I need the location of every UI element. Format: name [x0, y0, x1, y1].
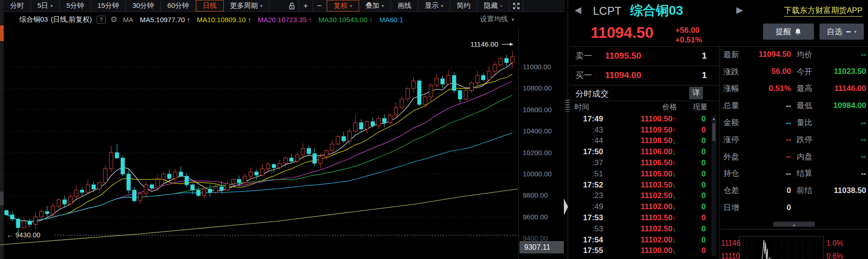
stats-row: 仓差0前结11038.50 — [723, 182, 868, 199]
period-button-分时[interactable]: 分时 — [4, 0, 31, 12]
period-button-30分钟[interactable]: 30分钟 — [126, 0, 161, 12]
prev-contract-icon[interactable]: ◀ — [575, 5, 581, 15]
mini-chart-axis-label: 11110 — [721, 252, 740, 259]
adjust-button[interactable]: 复权▾ — [327, 0, 359, 12]
down-arrow-icon: ↓ — [672, 192, 680, 200]
tick-price: 11108.50 — [603, 136, 672, 145]
alert-button[interactable]: 提醒 — [763, 24, 814, 40]
mini-chart-axis-label: 11146 — [721, 239, 740, 247]
period-button-5分钟[interactable]: 5分钟 — [60, 0, 91, 12]
zoom-in-button[interactable]: + — [299, 0, 313, 12]
tick-time: 17:55 — [570, 246, 603, 255]
period-button-60分钟[interactable]: 60分钟 — [161, 0, 196, 12]
divider — [570, 101, 719, 101]
lock-open-icon[interactable] — [285, 0, 299, 12]
tick-row[interactable]: :4411108.50↓0 — [570, 136, 709, 147]
tick-row[interactable]: :2311102.50↓0 — [570, 191, 709, 202]
stats-row: 持仓--结算-- — [723, 165, 868, 182]
period-button-更多周期[interactable]: 更多周期▾ — [224, 0, 269, 12]
tick-detail-button[interactable]: 详 — [689, 87, 703, 99]
stat-label: 总量 — [723, 100, 739, 111]
tick-row[interactable]: :5311102.50↓0 — [570, 223, 709, 235]
stat-label: 前结 — [797, 185, 813, 196]
tick-scrollbar[interactable]: ▲ — [711, 115, 716, 256]
svg-text:11000.00: 11000.00 — [523, 63, 551, 71]
period-button-日线[interactable]: 日线 — [196, 0, 224, 12]
gear-icon[interactable]: ⚙ — [110, 15, 117, 24]
ma-legend-item: MA5:10977.70 ↑ — [140, 16, 190, 24]
overlay-button[interactable]: 叠加▾ — [359, 0, 391, 12]
down-arrow-icon: ↓ — [672, 203, 680, 211]
bid-label: 买一 — [575, 70, 592, 81]
period-button-5日[interactable]: 5日▾ — [31, 0, 60, 12]
tick-row[interactable]: 17:5211103.50↓0 — [570, 180, 709, 191]
low-annotation: ← 9430.00 — [6, 231, 40, 239]
stat-外盘: 外盘-- — [723, 151, 796, 162]
intraday-mini-chart[interactable]: 11146111101.0%0.6% — [721, 231, 868, 259]
stat-涨停: 涨停-- — [723, 134, 796, 145]
double-chevron-right-icon: » — [500, 3, 503, 8]
help-icon[interactable]: ? — [97, 16, 106, 24]
tick-volume: 0 — [680, 202, 706, 211]
tick-row[interactable]: 17:5511100.00↓0 — [570, 246, 709, 257]
ma-settings-dropdown[interactable]: 设置均线 ▾ — [477, 15, 514, 24]
tick-row[interactable]: :4911102.00↓0 — [570, 201, 709, 212]
svg-text:9600.00: 9600.00 — [523, 213, 548, 221]
scrollbar-thumb[interactable] — [712, 123, 715, 141]
stats-collapse-button[interactable]: ▲ — [773, 222, 815, 227]
stat-label: 外盘 — [723, 151, 739, 162]
stat-label: 金额 — [723, 117, 739, 128]
watchlist-button[interactable]: 自选 − ▾ — [819, 24, 864, 40]
tick-row[interactable]: :5111105.00↓0 — [570, 169, 709, 180]
download-app-link[interactable]: 下载东方财富期货APP — [784, 5, 862, 17]
stat-value: 11023.50 — [834, 67, 866, 76]
change-value: +56.00 — [675, 25, 702, 35]
hide-button[interactable]: 隐藏» — [477, 0, 510, 12]
period-button-15分钟[interactable]: 15分钟 — [91, 0, 126, 12]
bid-row[interactable]: 买一 11094.00 1 — [570, 66, 719, 84]
tick-row[interactable]: 17:5311103.50↑0 — [570, 212, 709, 223]
col-volume: 现量 — [677, 102, 708, 112]
tick-time: :43 — [570, 126, 603, 135]
scroll-up-icon[interactable]: ▲ — [711, 116, 716, 121]
period-button-label: 更多周期 — [230, 1, 258, 10]
fullscreen-icon[interactable] — [509, 0, 523, 12]
chart-toolbar: 分时5日▾5分钟15分钟30分钟60分钟日线更多周期▾+−复权▾叠加▾画线显示▾… — [4, 0, 565, 12]
next-contract-icon[interactable]: ▶ — [736, 5, 743, 15]
stats-row: 外盘--内盘-- — [723, 148, 868, 165]
watchlist-button-label: 自选 — [827, 26, 843, 37]
draw-button[interactable]: 画线 — [391, 0, 418, 12]
tick-time: :44 — [570, 136, 603, 145]
tick-row[interactable]: 17:4911100.50↑0 — [570, 114, 709, 125]
stat-value: 11146.00 — [834, 84, 866, 93]
ma-legend-item: MA10:10809.10 ↑ — [197, 16, 251, 24]
tick-row[interactable]: :3711106.50↑0 — [570, 157, 709, 169]
col-price: 价格 — [603, 102, 677, 112]
simple-button[interactable]: 简约 — [450, 0, 477, 12]
last-price: 11094.50 — [591, 24, 654, 42]
panel-resize-grip[interactable] — [565, 100, 569, 112]
tick-row[interactable]: 17:5011106.00↓0 — [570, 146, 709, 157]
tick-row[interactable]: 17:5411102.00↓0 — [570, 235, 709, 246]
stats-row: 涨跌56.00今开11023.50 — [723, 63, 868, 80]
tick-time: :53 — [570, 224, 603, 234]
ask-row[interactable]: 卖一 11095.50 1 — [570, 47, 719, 65]
zoom-out-button[interactable]: − — [313, 0, 327, 12]
tick-list[interactable]: 17:4911100.50↑0:4311109.50↑0:4411108.50↓… — [570, 114, 709, 259]
down-arrow-icon: ↓ — [672, 137, 680, 145]
tick-row[interactable]: :4311109.50↑0 — [570, 125, 709, 136]
stat-value: -- — [861, 135, 866, 144]
candlestick-chart[interactable]: 11146.00← 9430.0011000.0010800.0010600.0… — [0, 27, 568, 259]
contract-name: 综合铜03 — [630, 2, 683, 19]
stat-label: 最低 — [797, 100, 813, 111]
tick-price: 11100.50 — [603, 114, 672, 124]
stat-最低: 最低10984.00 — [796, 100, 868, 111]
chevron-down-icon: ▾ — [382, 3, 384, 8]
ma-legend: MA5:10977.70 ↑MA10:10809.10 ↑MA20:10723.… — [134, 16, 403, 24]
chevron-down-icon: ▾ — [260, 3, 263, 8]
chart-legend-bar: 综合铜03 (日线,前复权) ? ⚙ MA MA5:10977.70 ↑MA10… — [4, 12, 565, 27]
panel-collapse-arrow-icon[interactable] — [564, 199, 568, 215]
stat-value: 0 — [787, 186, 791, 195]
display-button[interactable]: 显示▾ — [418, 0, 450, 12]
tick-time: :37 — [570, 158, 603, 168]
